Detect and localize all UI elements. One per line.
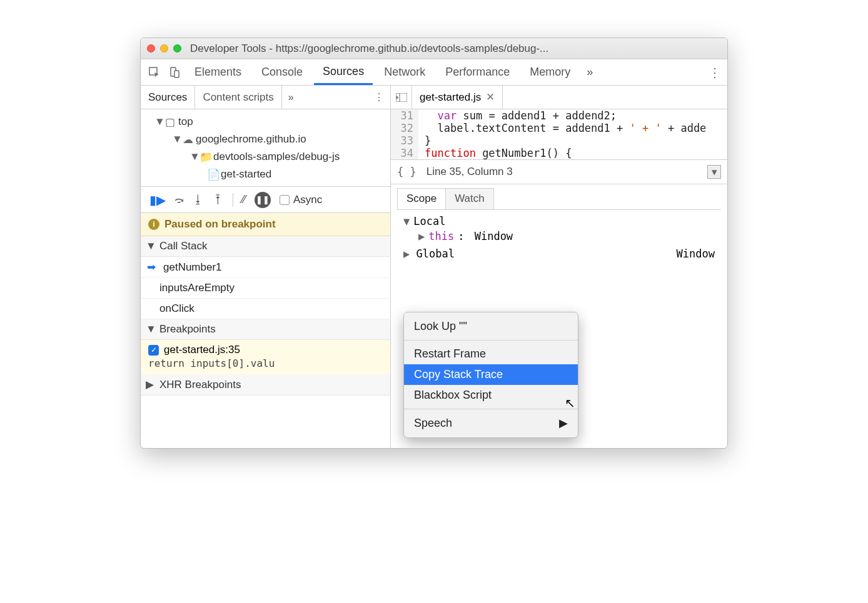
statusbar-dropdown-icon[interactable]: ▾ [707,165,721,179]
tree-top-label: top [178,116,193,128]
frame-label: onClick [159,302,194,315]
twisty-down-icon: ▼ [172,133,182,146]
ctx-lookup[interactable]: Look Up "" [404,316,578,337]
settings-kebab-icon[interactable]: ⋮ [707,65,722,80]
xhr-breakpoints-header[interactable]: ▶ XHR Breakpoints [141,374,390,396]
paused-label: Paused on breakpoint [164,218,276,231]
minimize-window-button[interactable] [160,44,168,52]
cursor-position: Line 35, Column 3 [426,166,513,178]
inspect-element-icon[interactable] [146,64,163,81]
editor-status-bar: { } Line 35, Column 3 ▾ [391,159,727,184]
tab-network[interactable]: Network [375,59,434,85]
navigator-kebab-icon[interactable]: ⋮ [368,91,390,103]
tab-console[interactable]: Console [253,59,311,85]
zoom-window-button[interactable] [173,44,181,52]
tab-memory[interactable]: Memory [521,59,579,85]
tree-domain[interactable]: ▼ ☁ googlechrome.github.io [143,131,388,148]
tab-elements[interactable]: Elements [186,59,250,85]
open-file-tab[interactable]: get-started.js ✕ [412,86,503,109]
cloud-icon: ☁ [182,133,193,146]
ctx-speech-label: Speech [414,417,452,430]
deactivate-breakpoints-icon[interactable]: ⁄⁄ [242,193,246,206]
pretty-print-icon[interactable]: { } [397,166,416,178]
call-stack-frame[interactable]: onClick [141,299,390,319]
close-icon[interactable]: ✕ [486,91,495,104]
resume-icon[interactable]: ▮▶ [149,192,166,207]
ctx-blackbox-label: Blackbox Script [414,389,492,402]
debugger-toolbar: ▮▶ ⤼ ⭳ ⭱ ⁄⁄ ❚❚ Async [141,187,390,213]
scope-this[interactable]: ▶ this: Window [403,229,715,244]
tab-sources[interactable]: Sources [314,59,373,85]
step-out-icon[interactable]: ⭱ [213,193,224,206]
submenu-arrow-icon: ▶ [559,416,568,430]
async-checkbox[interactable]: Async [280,194,322,206]
ctx-lookup-label: Look Up "" [414,320,467,333]
subtab-content-scripts[interactable]: Content scripts [195,86,281,109]
breakpoints-header[interactable]: ▼ Breakpoints [141,319,390,340]
call-stack-header[interactable]: ▼ Call Stack [141,236,390,257]
tab-watch[interactable]: Watch [445,188,494,209]
ctx-copy-label: Copy Stack Trace [414,368,503,381]
pause-exceptions-icon[interactable]: ❚❚ [255,192,271,208]
close-window-button[interactable] [147,44,155,52]
call-stack-frame[interactable]: getNumber1 [141,257,390,278]
ctx-restart-label: Restart Frame [414,347,486,361]
file-tree: ▼ ▢ top ▼ ☁ googlechrome.github.io ▼ 📁 d… [141,109,390,187]
context-menu: Look Up "" Restart Frame Copy Stack Trac… [403,312,578,438]
scope-panel: ▼ Local ▶ this: Window ▶ Global Window [397,210,721,264]
navigator-overflow-icon[interactable]: » [282,92,300,103]
breakpoint-code: return inputs[0].valu [148,356,384,372]
file-icon: 📄 [207,168,218,181]
twisty-down-icon: ▼ [146,323,156,336]
checkbox-icon [280,195,290,205]
twisty-down-icon: ▼ [154,116,164,128]
scope-global[interactable]: ▶ Global Window [403,244,715,260]
tree-file[interactable]: 📄 get-started [143,166,388,183]
async-label: Async [293,194,322,206]
toggle-navigator-icon[interactable] [391,86,412,109]
tab-performance[interactable]: Performance [437,59,518,85]
svg-rect-2 [174,71,179,77]
subtab-sources[interactable]: Sources [141,86,195,109]
navigator-tabs: Sources Content scripts » ⋮ [141,86,390,109]
twisty-down-icon: ▼ [403,215,410,227]
scope-local-label: Local [413,215,445,227]
scope-global-label: Global [416,247,454,260]
twisty-down-icon: ▼ [146,240,156,252]
step-into-icon[interactable]: ⭳ [193,193,204,206]
scope-watch-tabs: Scope Watch [397,188,721,210]
checkbox-checked-icon[interactable]: ✓ [148,345,159,356]
breakpoints-label: Breakpoints [159,323,216,336]
scope-global-value: Window [677,247,715,260]
scope-local[interactable]: ▼ Local [403,214,715,229]
code-editor[interactable]: 31 var sum = addend1 + addend2;32 label.… [391,109,727,159]
call-stack-frame[interactable]: inputsAreEmpty [141,278,390,299]
titlebar: Developer Tools - https://googlechrome.g… [141,38,727,59]
breakpoint-item[interactable]: ✓ get-started.js:35 return inputs[0].val… [141,340,390,374]
ctx-speech[interactable]: Speech ▶ [404,412,578,434]
window-controls [147,44,181,52]
ctx-copy-stack-trace[interactable]: Copy Stack Trace [404,364,578,385]
tabs-overflow-icon[interactable]: » [582,66,598,79]
frame-label: inputsAreEmpty [159,282,235,294]
info-icon: i [148,219,159,230]
xhr-breakpoints-label: XHR Breakpoints [159,379,241,391]
tab-scope[interactable]: Scope [397,188,446,209]
twisty-right-icon: ▶ [418,230,425,242]
main-tabs: Elements Console Sources Network Perform… [141,59,727,86]
breakpoint-label: get-started.js:35 [164,344,240,356]
tree-top[interactable]: ▼ ▢ top [143,113,388,131]
twisty-down-icon: ▼ [189,151,199,163]
call-stack-label: Call Stack [159,240,208,252]
ctx-restart-frame[interactable]: Restart Frame [404,344,578,364]
tree-folder-label: devtools-samples/debug-js [213,151,340,163]
window-title: Developer Tools - https://googlechrome.g… [190,42,548,55]
devtools-window: Developer Tools - https://googlechrome.g… [140,37,728,449]
scope-this-key: this [428,230,454,242]
scope-this-value: Window [475,230,513,242]
step-over-icon[interactable]: ⤼ [174,193,184,207]
ctx-blackbox-script[interactable]: Blackbox Script [404,385,578,406]
window-icon: ▢ [164,116,176,129]
tree-folder[interactable]: ▼ 📁 devtools-samples/debug-js [143,148,388,166]
toggle-device-icon[interactable] [166,64,183,81]
